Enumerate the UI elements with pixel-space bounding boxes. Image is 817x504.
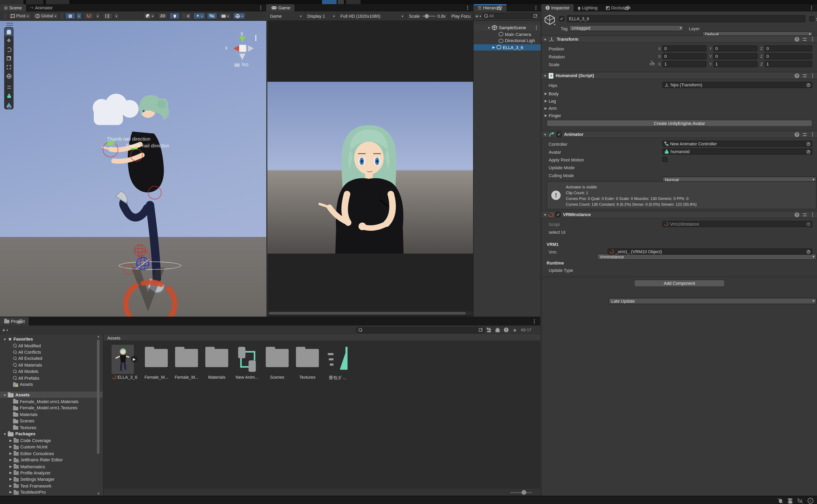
foldout-open-icon[interactable]: ▼: [544, 74, 547, 77]
position-y-field[interactable]: 0: [713, 45, 758, 51]
rotate-tool-button[interactable]: [5, 45, 13, 54]
asset-expand-arrow[interactable]: ▶: [131, 356, 137, 362]
favorite-item[interactable]: All Conflicts: [0, 349, 103, 355]
humanoid-foldout-body[interactable]: ▶Body: [545, 91, 817, 97]
scale-z-field[interactable]: 1: [764, 61, 812, 67]
open-search-window-icon[interactable]: [479, 328, 483, 332]
animator-header[interactable]: ▼ ✓ Animator ?⋮: [542, 131, 817, 138]
foldout-open-icon[interactable]: ▼: [487, 26, 491, 29]
hidden-packages-icon[interactable]: !: [504, 328, 509, 332]
project-lock-icon[interactable]: [18, 321, 21, 323]
add-button[interactable]: +: [475, 13, 479, 19]
project-add-button[interactable]: +: [2, 327, 5, 333]
lighting-toggle[interactable]: [169, 13, 180, 19]
favorites-star-icon[interactable]: ★: [513, 327, 517, 332]
display-dropdown[interactable]: Display 1▾: [304, 11, 338, 20]
inspector-menu-kebab[interactable]: ⋮: [809, 6, 814, 11]
update-type-dropdown[interactable]: Late Update: [609, 298, 816, 304]
component-kebab[interactable]: ⋮: [810, 37, 815, 42]
humanoid-foldout-finger[interactable]: ▶Finger: [545, 112, 817, 119]
hips-object-field[interactable]: hips (Transform): [662, 82, 812, 88]
package-item[interactable]: ▶Settings Manager: [0, 476, 103, 482]
inspector-lock-icon[interactable]: [625, 7, 629, 10]
link-scale-icon[interactable]: [650, 62, 655, 66]
package-item[interactable]: ▶JetBrains Rider Editor: [0, 457, 103, 463]
package-item[interactable]: ▶Editor Coroutines: [0, 450, 103, 457]
gameobject-icon-dropdown[interactable]: ▾: [554, 23, 556, 26]
package-item[interactable]: ▶Code Coverage: [0, 437, 103, 444]
toolbar-grip[interactable]: [61, 13, 63, 19]
script-object-field[interactable]: Vrm10Instance: [662, 221, 812, 227]
help-icon[interactable]: ?: [795, 37, 799, 42]
hierarchy-row-camera[interactable]: Main Camera: [474, 31, 541, 37]
2d-toggle[interactable]: 2D: [157, 13, 168, 19]
toolbar-grip[interactable]: [4, 13, 6, 19]
game-menu-kebab[interactable]: ⋮: [465, 6, 470, 11]
tab-game[interactable]: Game: [267, 4, 294, 12]
grid-snap-dropdown[interactable]: ▾: [76, 13, 82, 19]
breadcrumb[interactable]: Assets: [107, 335, 120, 341]
hierarchy-row-ella[interactable]: ▶ ELLA_3_6: [474, 44, 541, 50]
component-kebab[interactable]: ⋮: [810, 73, 815, 78]
view-tool-button[interactable]: [5, 28, 13, 36]
humanoid-foldout-leg[interactable]: ▶Leg: [545, 98, 817, 104]
component-kebab[interactable]: ⋮: [810, 132, 815, 137]
humanoid-foldout-arm[interactable]: ▶Arm: [545, 105, 817, 112]
package-item[interactable]: ▶Profile Analyzer: [0, 470, 103, 476]
static-checkbox[interactable]: [809, 16, 814, 21]
gameobject-cube-icon[interactable]: [545, 14, 555, 25]
project-tree-scrollbar[interactable]: ▲ ▼: [96, 334, 100, 496]
favorite-item[interactable]: All Prefabs: [0, 375, 103, 381]
help-icon[interactable]: ?: [795, 73, 799, 78]
tab-project[interactable]: Project: [0, 317, 29, 325]
hierarchy-lock-icon[interactable]: [497, 7, 501, 10]
project-add-dropdown[interactable]: ▾: [7, 328, 8, 331]
packages-root-row[interactable]: ▼Packages: [0, 431, 103, 437]
favorite-item[interactable]: All Models: [0, 368, 103, 375]
tasks-complete-icon[interactable]: ✓: [808, 498, 813, 504]
scale-tool-button[interactable]: [5, 54, 13, 63]
object-picker-icon[interactable]: [807, 83, 810, 87]
rotation-y-field[interactable]: 0: [713, 53, 758, 59]
increment-snap-toggle[interactable]: [102, 13, 113, 19]
create-avatar-button[interactable]: Create UnityEngine.Avatar: [547, 120, 812, 126]
increment-snap-dropdown[interactable]: ▾: [114, 13, 119, 19]
audio-toggle[interactable]: [181, 13, 192, 19]
axis-gizmo[interactable]: y x Iso: [227, 31, 261, 69]
assets-child[interactable]: Scenes: [0, 418, 103, 424]
scene-menu-kebab[interactable]: ⋮: [258, 6, 263, 11]
snap-magnet-dropdown[interactable]: ▾: [95, 13, 100, 19]
game-viewport[interactable]: [267, 21, 473, 317]
tag-dropdown[interactable]: Untagged: [569, 25, 684, 31]
assets-child[interactable]: Textures: [0, 424, 103, 431]
effects-toggle[interactable]: ✦▾: [193, 13, 205, 19]
package-item[interactable]: ▶Mathematics: [0, 463, 103, 469]
axis-y-cone[interactable]: [239, 37, 245, 45]
object-picker-icon[interactable]: [807, 222, 810, 226]
position-z-field[interactable]: 0: [764, 45, 812, 51]
shading-mode-button[interactable]: ▾: [143, 13, 156, 19]
avatar-object-field[interactable]: humanoid: [662, 148, 812, 154]
snap-magnet-toggle[interactable]: [84, 13, 94, 19]
favorite-item-assets[interactable]: ★Assets: [0, 381, 103, 387]
foldout-open-icon[interactable]: ▼: [544, 37, 547, 41]
apply-root-motion-checkbox[interactable]: [662, 157, 667, 162]
animator-enabled-checkbox[interactable]: ✓: [557, 132, 562, 137]
available-tools-button[interactable]: [5, 83, 13, 91]
iso-label[interactable]: Iso: [242, 61, 248, 67]
hierarchy-row-scene[interactable]: ▼ SampleScene ⋮: [474, 24, 541, 31]
iso-menu-icon[interactable]: [234, 64, 240, 67]
resolution-dropdown[interactable]: Full HD (1920x1080)▾: [338, 11, 406, 20]
tab-occlusion[interactable]: Occlusion: [602, 4, 635, 12]
help-icon[interactable]: ?: [795, 132, 799, 137]
assets-child[interactable]: Female_Model.vrm1.Materials: [0, 398, 103, 405]
position-x-field[interactable]: 0: [662, 45, 707, 51]
name-field[interactable]: ELLA_3_6: [567, 15, 805, 22]
rotation-x-field[interactable]: 0: [662, 53, 707, 59]
active-checkbox[interactable]: ✓: [559, 16, 564, 21]
scale-slider[interactable]: [422, 15, 435, 16]
gizmos-button[interactable]: ▾: [233, 13, 245, 19]
game-hscrollbar[interactable]: [267, 311, 473, 315]
grid-size-slider[interactable]: [510, 492, 532, 493]
object-picker-icon[interactable]: [807, 250, 810, 253]
